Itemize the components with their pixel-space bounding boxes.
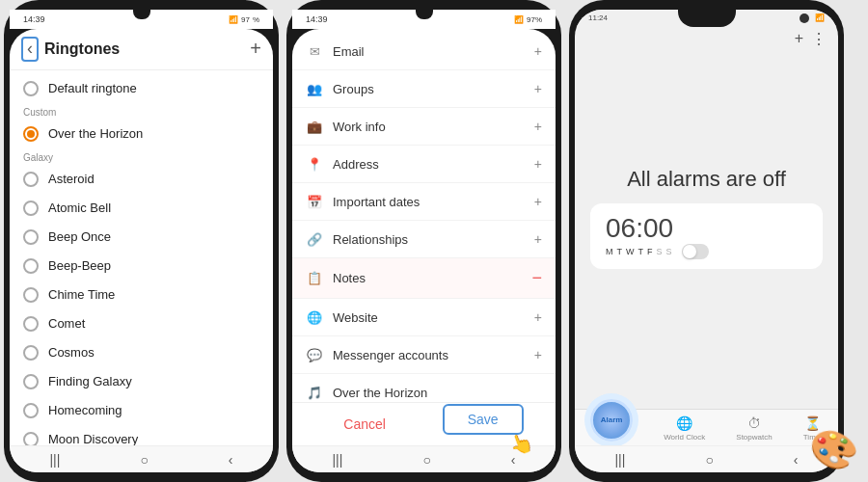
sticker-decoration: 🎨 bbox=[806, 423, 861, 476]
day-t: T bbox=[617, 247, 623, 256]
ringtone-name: Moon Discovery bbox=[48, 432, 138, 445]
save-button[interactable]: Save bbox=[443, 404, 524, 435]
status-icons-1: 📶 97% bbox=[229, 15, 259, 24]
dates-icon: 📅 bbox=[306, 193, 323, 210]
status-time-1: 14:39 bbox=[23, 14, 45, 24]
phone3-screen: 11:24 📶 + ⋮ All alarms are off 06:00 M T… bbox=[575, 10, 838, 472]
nav-menu-icon[interactable]: ||| bbox=[49, 452, 60, 468]
nav-home-icon[interactable]: ○ bbox=[705, 452, 713, 468]
section-label-custom: Custom bbox=[10, 103, 273, 120]
day-f: F bbox=[647, 247, 653, 256]
back-button[interactable]: ‹ bbox=[21, 37, 39, 62]
alarm-add-icon[interactable]: + bbox=[795, 30, 803, 48]
alarm-more-icon[interactable]: ⋮ bbox=[811, 30, 827, 48]
list-item[interactable]: Finding Galaxy bbox=[10, 367, 273, 396]
list-item[interactable]: Comet bbox=[10, 309, 273, 338]
tab-world-clock[interactable]: 🌐 World Clock bbox=[664, 415, 705, 442]
list-item[interactable]: 📍 Address + bbox=[292, 146, 556, 183]
nav-back-icon[interactable]: ‹ bbox=[229, 452, 233, 468]
field-name: Groups bbox=[333, 82, 525, 96]
expand-icon: + bbox=[534, 347, 542, 362]
list-item[interactable]: Homecoming bbox=[10, 396, 273, 425]
ringtone-name: Comet bbox=[48, 316, 85, 331]
list-item[interactable]: Asteroid bbox=[10, 165, 273, 194]
list-item[interactable]: 📅 Important dates + bbox=[292, 183, 556, 221]
work-icon: 💼 bbox=[306, 118, 323, 135]
list-item[interactable]: 💼 Work info + bbox=[292, 108, 556, 146]
expand-icon: + bbox=[534, 194, 542, 209]
phone-2: 14:39 📶 97% ✉ Email + 👥 Groups + 💼 Work … bbox=[286, 0, 561, 482]
radio-beep-beep bbox=[23, 258, 39, 274]
add-ringtone-button[interactable]: + bbox=[250, 38, 261, 60]
notch-1 bbox=[133, 10, 150, 19]
contact-list: ✉ Email + 👥 Groups + 💼 Work info + 📍 Add… bbox=[292, 29, 556, 402]
alarm-main: + ⋮ All alarms are off 06:00 M T W T F S… bbox=[575, 26, 838, 409]
radio-atomic bbox=[23, 201, 39, 216]
list-item[interactable]: Default ringtone bbox=[10, 74, 273, 103]
notch-3 bbox=[678, 10, 736, 27]
list-item[interactable]: 🎵 Over the Horizon bbox=[292, 374, 556, 402]
nav-back-icon[interactable]: ‹ bbox=[794, 452, 799, 468]
nav-bar-1: ||| ○ ‹ bbox=[10, 445, 273, 472]
save-button-wrapper: Save 👆 bbox=[443, 411, 524, 438]
list-item[interactable]: 👥 Groups + bbox=[292, 70, 556, 108]
field-name: Work info bbox=[333, 120, 525, 134]
contact-actions: Cancel Save 👆 bbox=[292, 402, 556, 445]
status-time-3: 11:24 bbox=[588, 13, 608, 22]
camera-3 bbox=[800, 13, 809, 23]
ringtone-name: Cosmos bbox=[48, 345, 95, 360]
radio-default bbox=[23, 81, 39, 96]
collapse-icon: − bbox=[531, 268, 542, 288]
list-item[interactable]: 🌐 Website + bbox=[292, 299, 556, 336]
list-item[interactable]: Cosmos bbox=[10, 338, 273, 367]
world-clock-icon: 🌐 bbox=[676, 415, 692, 431]
list-item[interactable]: Atomic Bell bbox=[10, 194, 273, 223]
cancel-button[interactable]: Cancel bbox=[324, 411, 405, 438]
tab-bar-3: Alarm 🌐 World Clock ⏱ Stopwatch ⏳ Timer bbox=[575, 409, 838, 445]
list-item[interactable]: Beep Once bbox=[10, 223, 273, 252]
radio-beep-once bbox=[23, 229, 39, 245]
list-item[interactable]: ✉ Email + bbox=[292, 33, 556, 70]
field-name: Address bbox=[333, 157, 525, 172]
list-item[interactable]: Beep-Beep bbox=[10, 252, 273, 281]
status-icons-2: 📶 97% bbox=[514, 15, 542, 24]
field-name: Website bbox=[333, 310, 525, 325]
relationships-icon: 🔗 bbox=[306, 230, 323, 248]
groups-icon: 👥 bbox=[306, 80, 323, 97]
field-name: Relationships bbox=[333, 232, 525, 247]
ringtone-name: Beep-Beep bbox=[48, 258, 111, 273]
expand-icon: + bbox=[534, 231, 542, 247]
field-name: Important dates bbox=[333, 195, 525, 209]
status-icons-3: 📶 bbox=[815, 13, 825, 22]
notes-icon: 📋 bbox=[306, 270, 323, 287]
nav-bar-3: ||| ○ ‹ bbox=[575, 445, 838, 472]
alarm-toggle[interactable] bbox=[682, 244, 709, 259]
nav-menu-icon[interactable]: ||| bbox=[614, 452, 625, 468]
list-item[interactable]: 📋 Notes − bbox=[292, 258, 556, 299]
nav-menu-icon[interactable]: ||| bbox=[332, 452, 342, 468]
ringtone-name: Over the Horizon bbox=[48, 126, 143, 141]
list-item[interactable]: 💬 Messenger accounts + bbox=[292, 336, 556, 374]
nav-home-icon[interactable]: ○ bbox=[140, 452, 148, 468]
expand-icon: + bbox=[534, 43, 542, 59]
list-item[interactable]: Chime Time bbox=[10, 281, 273, 309]
radio-asteroid bbox=[23, 172, 39, 187]
alarm-time: 06:00 bbox=[606, 213, 709, 244]
status-time-2: 14:39 bbox=[306, 14, 328, 24]
radio-homecoming bbox=[23, 403, 39, 418]
alarm-days: M T W T F S S bbox=[606, 244, 709, 259]
list-item[interactable]: Moon Discovery bbox=[10, 425, 273, 445]
ringtone-name: Atomic Bell bbox=[48, 201, 111, 215]
alarm-card-left: 06:00 M T W T F S S bbox=[606, 213, 709, 259]
ringtone-name: Asteroid bbox=[48, 172, 95, 186]
tab-stopwatch[interactable]: ⏱ Stopwatch bbox=[736, 415, 772, 442]
nav-home-icon[interactable]: ○ bbox=[422, 452, 430, 468]
list-item[interactable]: 🔗 Relationships + bbox=[292, 221, 556, 258]
phone-3: 11:24 📶 + ⋮ All alarms are off 06:00 M T… bbox=[569, 0, 844, 482]
list-item[interactable]: Over the Horizon bbox=[10, 120, 273, 148]
ringtone-name: Default ringtone bbox=[48, 81, 137, 95]
email-icon: ✉ bbox=[306, 42, 323, 60]
expand-icon: + bbox=[534, 119, 542, 134]
radio-over-horizon bbox=[23, 126, 39, 142]
tab-alarm[interactable]: Alarm bbox=[590, 416, 633, 442]
